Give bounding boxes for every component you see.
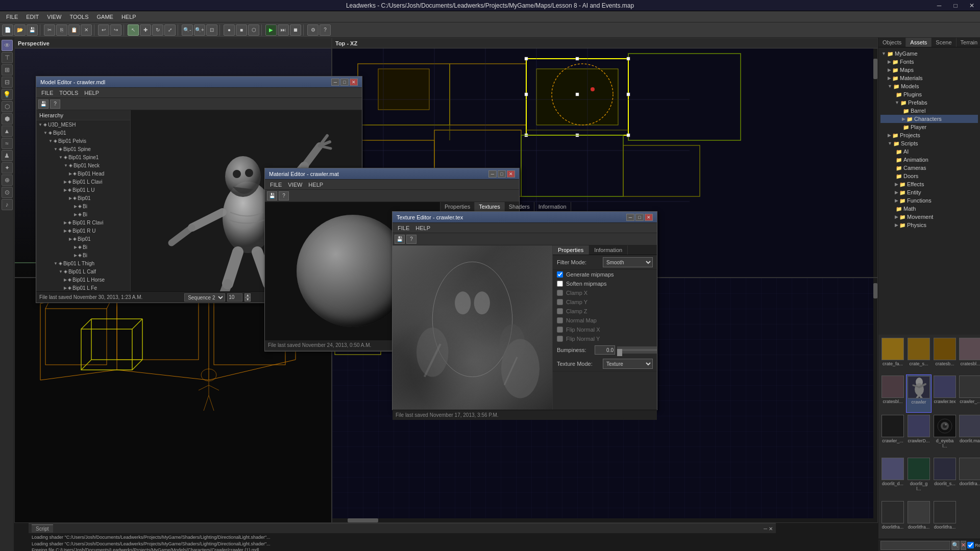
- htree-pelvis[interactable]: ▼◈Bip01 Pelvis: [36, 137, 130, 145]
- htree-spine[interactable]: ▼◈Bip01 Spine: [36, 145, 130, 153]
- tree-maps[interactable]: ▶📁Maps: [880, 66, 978, 74]
- cut-button[interactable]: ✂: [44, 24, 55, 36]
- tree-animation[interactable]: 📁Animation: [880, 156, 978, 164]
- bumpiness-input[interactable]: [595, 345, 615, 355]
- model-editor-close[interactable]: ✕: [350, 79, 358, 86]
- seq-up[interactable]: ▲: [244, 293, 251, 297]
- thumb-doorlitfra3[interactable]: doorlitfra...: [906, 500, 932, 537]
- perspective-view-icon[interactable]: 👁: [2, 40, 13, 51]
- htree-spine1[interactable]: ▼◈Bip01 Spine1: [36, 153, 130, 161]
- tree-entity[interactable]: ▶📁Entity: [880, 188, 978, 196]
- new-button[interactable]: 📄: [2, 24, 13, 36]
- tree-functions[interactable]: ▶📁Functions: [880, 196, 978, 205]
- mat-menu-file[interactable]: FILE: [267, 181, 285, 188]
- model-icon[interactable]: ♟: [2, 150, 13, 161]
- model-menu-file[interactable]: FILE: [38, 89, 56, 96]
- thumb-doorlit-d[interactable]: doorlit_d...: [880, 457, 905, 498]
- htree-rclavicle[interactable]: ▶◈Bip01 R Clavi: [36, 218, 130, 227]
- thumb-d-eyeball[interactable]: d_eyebal...: [933, 414, 957, 456]
- water-icon[interactable]: ≈: [2, 138, 13, 149]
- htree-bip01-r2[interactable]: ▶◈Bip01: [36, 235, 130, 243]
- htree-lu[interactable]: ▶◈Bip01 L U: [36, 186, 130, 194]
- bottom-right-vscroll[interactable]: [873, 278, 877, 522]
- texture-editor-minimize[interactable]: ─: [626, 214, 634, 221]
- tex-help-btn[interactable]: ?: [406, 235, 416, 244]
- thumb-crawler-anm2[interactable]: crawler_...: [880, 414, 905, 456]
- soften-mipmaps-checkbox[interactable]: [557, 281, 563, 287]
- select-tool[interactable]: ↖: [128, 24, 139, 36]
- htree-lclavicle[interactable]: ▶◈Bip01 L Clavi: [36, 178, 130, 186]
- menu-help[interactable]: HELP: [117, 13, 140, 21]
- thumb-crawler[interactable]: crawler: [906, 374, 932, 412]
- tab-scene[interactable]: Scene: [932, 38, 956, 47]
- trigger-icon[interactable]: ⊙: [2, 187, 13, 198]
- htree-lhorse[interactable]: ▶◈Bip01 L Horse: [36, 276, 130, 284]
- tree-movement[interactable]: ▶📁Movement: [880, 213, 978, 221]
- tree-scripts[interactable]: ▼📁Scripts: [880, 139, 978, 147]
- model-menu-tools[interactable]: TOOLS: [56, 89, 81, 96]
- thumb-crate-s[interactable]: crate_s...: [906, 337, 932, 373]
- thumb-doorlit-mat[interactable]: doorlit.mat: [958, 414, 980, 456]
- console-minimize[interactable]: ─: [764, 526, 767, 532]
- texture-editor-close[interactable]: ✕: [645, 214, 653, 221]
- htree-ru[interactable]: ▶◈Bip01 R U: [36, 227, 130, 235]
- tex-menu-file[interactable]: FILE: [395, 224, 412, 232]
- tree-materials[interactable]: ▶📁Materials: [880, 74, 978, 82]
- entity-icon[interactable]: ⬡: [2, 101, 13, 112]
- tree-physics[interactable]: ▶📁Physics: [880, 221, 978, 229]
- mat-tab-shaders[interactable]: Shaders: [505, 202, 534, 211]
- mat-tab-textures[interactable]: Textures: [475, 202, 505, 211]
- light-icon[interactable]: 💡: [2, 89, 13, 100]
- tree-math[interactable]: 📁Math: [880, 205, 978, 213]
- material-editor-maximize[interactable]: □: [498, 170, 506, 178]
- tab-terrain[interactable]: Terrain: [957, 38, 980, 47]
- top-view-icon[interactable]: ⊤: [2, 52, 13, 63]
- redo-button[interactable]: ↪: [110, 24, 121, 36]
- side-view-icon[interactable]: ⊟: [2, 77, 13, 88]
- htree-bi4[interactable]: ▶◈Bi: [36, 251, 130, 259]
- thumb-doorlitfra2[interactable]: doorlitfra...: [880, 500, 905, 537]
- model-help-btn[interactable]: ?: [50, 99, 60, 109]
- zoom-in-button[interactable]: 🔍+: [194, 24, 205, 36]
- tree-barrel[interactable]: 📁Barrel: [880, 107, 978, 115]
- close-button[interactable]: ✕: [964, 0, 980, 11]
- htree-lcalf[interactable]: ▼◈Bip01 L Calf: [36, 267, 130, 276]
- htree-lfoot[interactable]: ▶◈Bip01 L Fe: [36, 284, 130, 291]
- scale-tool[interactable]: ⤢: [164, 24, 176, 36]
- search-button[interactable]: 🔍: [951, 541, 960, 550]
- box-mode[interactable]: ■: [236, 24, 247, 36]
- save-button[interactable]: 💾: [27, 24, 38, 36]
- clear-search-button[interactable]: ✕: [961, 541, 966, 550]
- htree-u3d-mesh[interactable]: ▼◈U3D_MESH: [36, 120, 130, 129]
- thumb-doorlit-s[interactable]: doorlit_s...: [933, 457, 957, 498]
- play-button[interactable]: ▶: [265, 24, 277, 36]
- thumb-doorlit-gl[interactable]: doorlit_gl...: [906, 457, 932, 498]
- tree-prefabs[interactable]: ▼📁Prefabs: [880, 98, 978, 107]
- flip-normal-x-checkbox[interactable]: [557, 327, 563, 333]
- maximize-button[interactable]: □: [947, 0, 964, 11]
- seq-down[interactable]: ▼: [244, 297, 251, 302]
- tree-doors[interactable]: 📁Doors: [880, 172, 978, 180]
- terrain-icon[interactable]: ▲: [2, 126, 13, 137]
- open-button[interactable]: 📂: [14, 24, 26, 36]
- tex-menu-help[interactable]: HELP: [412, 224, 433, 232]
- menu-tools[interactable]: TOOLS: [65, 13, 92, 21]
- model-save-btn[interactable]: 💾: [38, 99, 48, 109]
- bottom-right-hscroll[interactable]: [332, 518, 873, 522]
- bottom-right-hscroll-thumb[interactable]: [348, 518, 378, 522]
- mat-menu-view[interactable]: VIEW: [285, 181, 305, 188]
- brush-icon[interactable]: ⬢: [2, 113, 13, 124]
- joint-icon[interactable]: ⊕: [2, 174, 13, 186]
- particle-icon[interactable]: ✦: [2, 162, 13, 173]
- htree-bi2[interactable]: ▶◈Bi: [36, 210, 130, 218]
- topxz-vscroll[interactable]: [873, 48, 877, 277]
- assets-tree[interactable]: ▼📁MyGame ▶📁Fonts ▶📁Maps ▶📁Materials ▼📁Mo…: [878, 47, 980, 335]
- clamp-x-checkbox[interactable]: [557, 290, 563, 296]
- thumb-crawler-anm1[interactable]: crawler_...: [958, 374, 980, 412]
- sequence-select[interactable]: Sequence 2: [184, 293, 225, 302]
- paste-button[interactable]: 📋: [68, 24, 80, 36]
- sphere-mode[interactable]: ●: [224, 24, 235, 36]
- step-button[interactable]: ⏭: [278, 24, 289, 36]
- fit-button[interactable]: ⊡: [206, 24, 217, 36]
- thumb-crawler-tex[interactable]: crawler.tex: [933, 374, 957, 412]
